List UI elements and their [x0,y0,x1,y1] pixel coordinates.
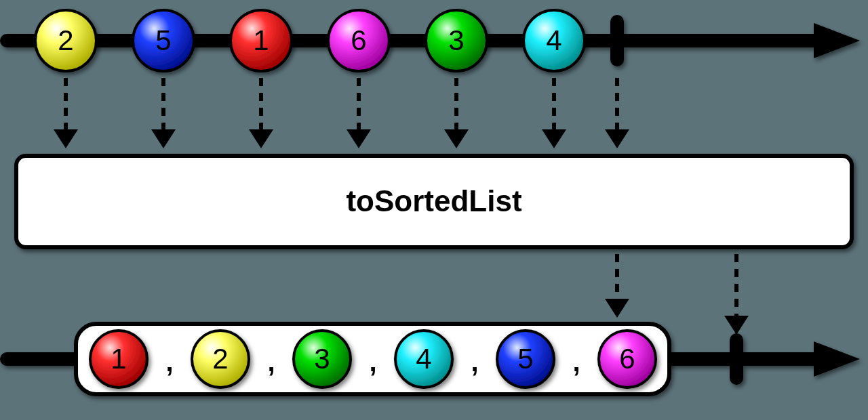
input-arrow-0 [54,78,78,148]
svg-text:4: 4 [546,24,561,56]
svg-text:5: 5 [155,24,171,56]
list-separator: , [369,347,376,377]
output-arrow-complete [724,254,749,335]
input-marble-5: 5 [133,10,194,71]
input-marble-1: 1 [231,10,292,71]
svg-marker-18 [151,129,176,148]
input-arrow-3 [347,78,371,148]
input-marble-4: 4 [524,10,585,71]
operator-label: toSortedList [346,184,521,217]
diagram-root: 251634 toSortedList 1,2,3,4,5,6 [0,0,868,420]
svg-marker-1 [814,23,860,58]
list-separator: , [267,347,275,377]
input-arrow-1 [151,78,176,148]
operator-box: toSortedList [16,156,852,247]
svg-marker-20 [249,129,273,148]
input-arrow-5 [542,78,566,148]
input-marble-6: 6 [328,10,389,71]
list-separator: , [572,347,580,377]
input-arrow-4 [444,78,469,148]
output-marble-2: 2 [192,331,249,387]
svg-text:2: 2 [58,24,73,56]
svg-text:4: 4 [416,343,431,375]
output-marble-3: 3 [294,331,351,387]
svg-rect-2 [610,15,624,66]
svg-rect-36 [730,333,743,385]
input-to-operator-arrows [54,78,629,148]
input-marble-3: 3 [426,10,487,71]
svg-text:5: 5 [517,343,533,375]
svg-text:1: 1 [111,343,126,375]
list-separator: , [165,347,173,377]
output-marble-4: 4 [395,331,452,387]
svg-text:1: 1 [253,24,269,56]
input-marble-2: 2 [35,10,96,71]
svg-text:3: 3 [314,343,330,375]
svg-marker-24 [444,129,469,148]
output-marble-1: 1 [90,331,147,387]
list-separator: , [471,347,478,377]
output-marble-6: 6 [599,331,656,387]
svg-marker-26 [542,129,566,148]
svg-marker-22 [347,129,371,148]
svg-text:2: 2 [212,343,228,375]
svg-text:6: 6 [351,24,366,56]
svg-marker-28 [605,129,629,148]
input-arrow-2 [249,78,273,148]
svg-marker-35 [814,341,860,377]
output-arrow-list [605,254,629,318]
svg-text:6: 6 [619,343,635,375]
svg-marker-33 [724,316,749,335]
output-marble-5: 5 [497,331,554,387]
input-arrow-complete [605,78,629,148]
svg-marker-16 [54,129,78,148]
svg-marker-31 [605,299,629,318]
svg-text:3: 3 [448,24,464,56]
